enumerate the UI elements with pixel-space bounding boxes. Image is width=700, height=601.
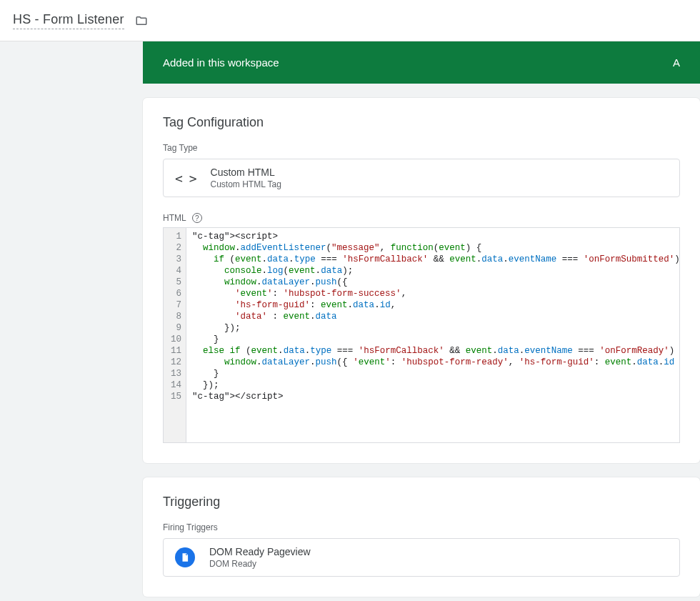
- html-label: HTML: [163, 213, 186, 223]
- trigger-type: DOM Ready: [209, 559, 311, 569]
- trigger-item[interactable]: DOM Ready Pageview DOM Ready: [163, 538, 680, 577]
- tag-type-selector[interactable]: < > Custom HTML Custom HTML Tag: [163, 159, 680, 197]
- tag-type-name: Custom HTML: [211, 167, 281, 178]
- banner-text: Added in this workspace: [163, 56, 279, 69]
- tag-configuration-card[interactable]: Tag Configuration Tag Type < > Custom HT…: [143, 98, 700, 463]
- workspace-banner: Added in this workspace A: [143, 41, 700, 84]
- content-stage: Added in this workspace A Tag Configurat…: [0, 41, 700, 601]
- dom-ready-icon: [175, 547, 195, 567]
- firing-triggers-label: Firing Triggers: [163, 522, 680, 532]
- tag-title[interactable]: HS - Form Listener: [13, 12, 124, 29]
- tag-config-heading: Tag Configuration: [163, 115, 680, 130]
- triggering-card[interactable]: Triggering Firing Triggers DOM Ready Pag…: [143, 477, 700, 597]
- code-brackets-icon: < >: [175, 171, 196, 186]
- html-code-editor[interactable]: 123456789101112131415 "c-tag"><script> w…: [163, 227, 680, 443]
- triggering-heading: Triggering: [163, 495, 680, 510]
- code-content[interactable]: "c-tag"><script> window.addEventListener…: [186, 228, 679, 442]
- code-gutter: 123456789101112131415: [164, 228, 186, 442]
- tag-type-sub: Custom HTML Tag: [211, 179, 281, 189]
- app-header: HS - Form Listener: [0, 0, 700, 41]
- help-icon[interactable]: ?: [192, 213, 202, 223]
- banner-action[interactable]: A: [673, 56, 680, 69]
- trigger-name: DOM Ready Pageview: [209, 546, 311, 557]
- tag-type-label: Tag Type: [163, 143, 680, 153]
- folder-icon[interactable]: [134, 14, 149, 27]
